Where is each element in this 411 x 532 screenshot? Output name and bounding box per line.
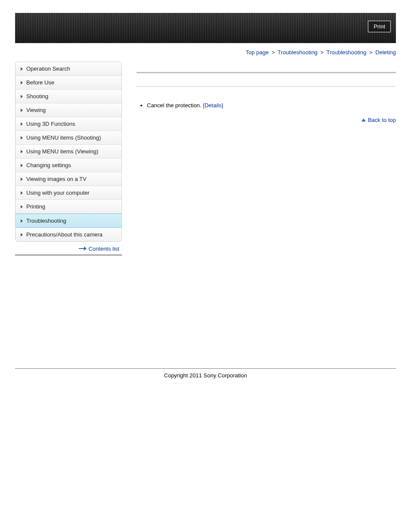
chevron-right-icon: [21, 67, 23, 71]
print-button[interactable]: Print: [368, 21, 391, 32]
sidebar-item-operation-search[interactable]: Operation Search: [16, 62, 121, 76]
sidebar-item-label: Printing: [26, 203, 45, 210]
breadcrumb-link-troubleshooting-1[interactable]: Troubleshooting: [277, 49, 318, 56]
chevron-up-icon: [361, 118, 366, 121]
sidebar-item-label: Using 3D Functions: [26, 121, 75, 127]
breadcrumb-link-top-page[interactable]: Top page: [246, 49, 269, 56]
sidebar-item-using-computer[interactable]: Using with your computer: [16, 186, 121, 200]
sidebar-item-precautions[interactable]: Precautions/About this camera: [16, 228, 121, 241]
sidebar-item-label: Using with your computer: [26, 190, 90, 196]
chevron-right-icon: [21, 191, 23, 195]
sidebar-item-label: Using MENU items (Viewing): [26, 148, 98, 155]
chevron-right-icon: [21, 205, 23, 208]
arrow-right-icon: [79, 247, 87, 250]
sidebar-item-label: Changing settings: [26, 162, 71, 168]
content-list: Cancel the protection. [Details]: [137, 102, 396, 109]
chevron-right-icon: [21, 177, 23, 181]
content-list-item: Cancel the protection. [Details]: [147, 102, 396, 109]
sidebar-item-3d-functions[interactable]: Using 3D Functions: [16, 117, 121, 131]
chevron-right-icon: [21, 81, 23, 84]
sidebar-item-viewing-tv[interactable]: Viewing images on a TV: [16, 172, 121, 186]
chevron-right-icon: [21, 233, 23, 236]
sidebar-item-label: Viewing: [26, 107, 46, 113]
chevron-right-icon: [21, 95, 23, 98]
sidebar-item-menu-viewing[interactable]: Using MENU items (Viewing): [16, 145, 121, 159]
chevron-right-icon: [21, 219, 23, 223]
contents-list-label: Contents list: [88, 246, 119, 252]
content-text: Cancel the protection.: [147, 102, 203, 109]
back-to-top: Back to top: [137, 116, 396, 123]
chevron-right-icon: [21, 150, 23, 153]
sidebar-item-shooting[interactable]: Shooting: [16, 90, 121, 103]
divider-thin: [137, 86, 396, 87]
sidebar-item-before-use[interactable]: Before Use: [16, 76, 121, 90]
sidebar: Operation Search Before Use Shooting Vie…: [15, 62, 122, 242]
breadcrumb-sep: >: [321, 49, 324, 56]
chevron-right-icon: [21, 136, 23, 140]
breadcrumb-sep: >: [271, 49, 275, 56]
sidebar-item-label: Precautions/About this camera: [26, 231, 103, 238]
breadcrumb-link-deleting[interactable]: Deleting: [375, 49, 396, 56]
sidebar-item-viewing[interactable]: Viewing: [16, 103, 121, 117]
sidebar-item-printing[interactable]: Printing: [16, 200, 121, 214]
details-link[interactable]: [Details]: [203, 102, 223, 109]
sidebar-item-label: Troubleshooting: [26, 218, 66, 224]
chevron-right-icon: [21, 109, 23, 112]
sidebar-item-label: Before Use: [26, 79, 54, 86]
contents-list-link[interactable]: Contents list: [79, 246, 119, 252]
sidebar-item-troubleshooting[interactable]: Troubleshooting: [16, 214, 121, 228]
sidebar-item-label: Using MENU items (Shooting): [26, 134, 101, 141]
breadcrumb-link-troubleshooting-2[interactable]: Troubleshooting: [327, 49, 367, 56]
contents-list-row: Contents list: [15, 242, 122, 255]
sidebar-item-menu-shooting[interactable]: Using MENU items (Shooting): [16, 131, 121, 145]
header-band: Print: [15, 13, 396, 43]
sidebar-item-label: Shooting: [26, 93, 48, 100]
divider-thick: [137, 72, 396, 73]
back-to-top-label: Back to top: [368, 117, 396, 123]
chevron-right-icon: [21, 122, 23, 126]
main-content: Cancel the protection. [Details] Back to…: [122, 62, 396, 123]
sidebar-item-label: Operation Search: [26, 65, 70, 72]
breadcrumb-sep: >: [369, 49, 373, 56]
chevron-right-icon: [21, 164, 23, 167]
back-to-top-link[interactable]: Back to top: [361, 117, 396, 123]
copyright-text: Copyright 2011 Sony Corporation: [15, 369, 396, 387]
sidebar-item-label: Viewing images on a TV: [26, 176, 87, 182]
sidebar-item-changing-settings[interactable]: Changing settings: [16, 159, 121, 172]
breadcrumb: Top page > Troubleshooting > Troubleshoo…: [15, 43, 396, 62]
